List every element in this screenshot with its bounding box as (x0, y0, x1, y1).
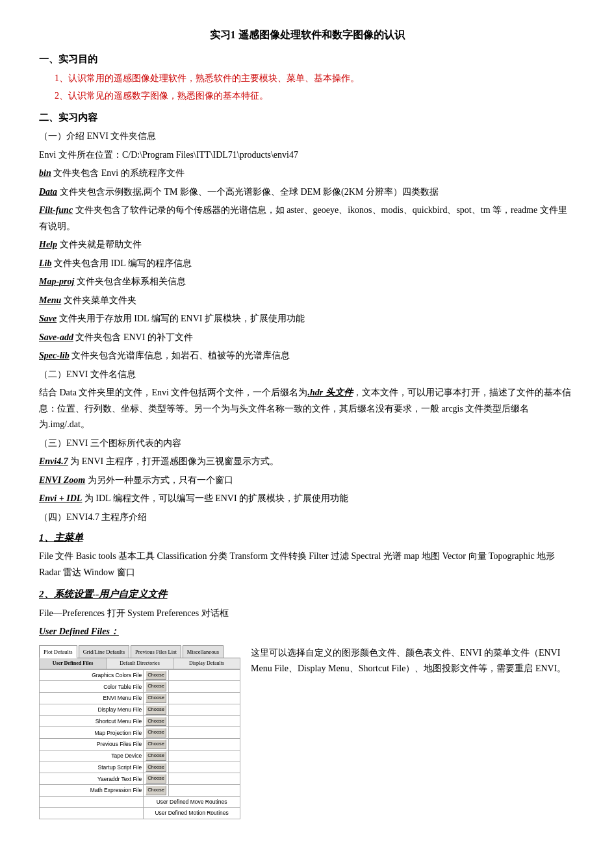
help-desc: 文件夹就是帮助文件 (57, 240, 142, 249)
input-cell[interactable] (169, 727, 240, 739)
pref-data-table: Graphics Colors File Choose Color Table … (39, 669, 240, 819)
table-row: Display Menu File Choose (40, 704, 240, 715)
input-cell[interactable] (169, 750, 240, 762)
envizoom-desc: 为另外一种显示方式，只有一个窗口 (85, 475, 233, 485)
purpose-item-1: 1、认识常用的遥感图像处理软件，熟悉软件的主要模块、菜单、基本操作。 (55, 71, 575, 87)
tab-misc[interactable]: Miscellaneous (183, 645, 224, 658)
empty-cell (40, 808, 144, 819)
pref-tabs: Plot Defaults Grid/Line Defaults Previou… (39, 645, 240, 658)
choose-btn-cell[interactable]: Choose (144, 693, 169, 704)
row-label: ENVI Menu File (40, 693, 144, 704)
input-cell[interactable] (169, 704, 240, 715)
two-intro: （二）ENVI 文件名信息 (39, 367, 575, 383)
sub-tab-user-defined[interactable]: User Defined Files (40, 658, 107, 669)
saveadd-desc: 文件夹包含 ENVI 的补丁文件 (73, 332, 193, 342)
tab-prev-files[interactable]: Previous Files List (131, 645, 181, 658)
choose-button[interactable]: Choose (146, 705, 166, 715)
three-intro: （三）ENVI 三个图标所代表的内容 (39, 436, 575, 452)
filt-line: Filt-func 文件夹包含了软件记录的每个传感器的光谱信息，如 aster、… (39, 203, 575, 234)
input-cell[interactable] (169, 681, 240, 693)
choose-button[interactable]: Choose (146, 717, 166, 726)
choose-button[interactable]: Choose (146, 693, 166, 703)
choose-btn-cell[interactable]: Choose (144, 750, 169, 762)
help-label: Help (39, 240, 57, 249)
table-row-user-move: User Defined Move Routines (40, 796, 240, 807)
pref-sub-tabs: User Defined Files Default Directories D… (39, 658, 240, 669)
choose-btn-cell[interactable]: Choose (144, 669, 169, 681)
input-cell[interactable] (169, 669, 240, 681)
choose-button[interactable]: Choose (146, 774, 166, 784)
choose-btn-cell[interactable]: Choose (144, 762, 169, 773)
choose-btn-cell[interactable]: Choose (144, 773, 169, 785)
filt-label: Filt-func (39, 205, 73, 215)
input-cell[interactable] (169, 762, 240, 773)
choose-btn-cell[interactable]: Choose (144, 715, 169, 727)
envi47-line: Envi4.7 为 ENVI 主程序，打开遥感图像为三视窗显示方式。 (39, 454, 575, 470)
data-line: Data 文件夹包含示例数据,两个 TM 影像、一个高光谱影像、全球 DEM 影… (39, 184, 575, 201)
input-cell[interactable] (169, 785, 240, 797)
table-row: Color Table File Choose (40, 681, 240, 693)
table-row-user-motion: User Defined Motion Routines (40, 808, 240, 819)
menu-heading: 1、主菜单 (39, 529, 575, 546)
row-label: Color Table File (40, 681, 144, 693)
preferences-table-container: Plot Defaults Grid/Line Defaults Previou… (39, 645, 240, 819)
row-label: Math Expression File (40, 785, 144, 797)
choose-btn-cell[interactable]: Choose (144, 739, 169, 750)
save-line: Save 文件夹用于存放用 IDL 编写的 ENVI 扩展模块，扩展使用功能 (39, 311, 575, 327)
input-cell[interactable] (169, 773, 240, 785)
input-cell[interactable] (169, 715, 240, 727)
four-intro: （四）ENVI4.7 主程序介绍 (39, 510, 575, 526)
filt-desc: 文件夹包含了软件记录的每个传感器的光谱信息，如 aster、geoeye、iko… (39, 205, 567, 231)
input-cell[interactable] (169, 693, 240, 704)
right-description: 这里可以选择自定义的图形颜色文件、颜色表文件、ENVI 的菜单文件（ENVI M… (251, 645, 572, 677)
row-label: Tape Device (40, 750, 144, 762)
sub-tab-display[interactable]: Display Defaults (173, 658, 240, 669)
bin-line: bin 文件夹包含 Envi 的系统程序文件 (39, 166, 575, 182)
choose-button[interactable]: Choose (146, 728, 166, 738)
user-defined-label: User Defined Files： (39, 624, 575, 640)
choose-btn-cell[interactable]: Choose (144, 681, 169, 693)
table-row: Math Expression File Choose (40, 785, 240, 797)
mapproj-desc: 文件夹包含坐标系相关信息 (74, 277, 186, 286)
choose-btn-cell[interactable]: Choose (144, 704, 169, 715)
tab-plot-defaults[interactable]: Plot Defaults (39, 645, 77, 658)
input-cell[interactable] (169, 739, 240, 750)
choose-button[interactable]: Choose (146, 682, 166, 691)
choose-button[interactable]: Choose (146, 671, 166, 680)
saveadd-line: Save-add 文件夹包含 ENVI 的补丁文件 (39, 330, 575, 346)
table-row: Startup Script File Choose (40, 762, 240, 773)
enviidl-label: Envi + IDL (39, 493, 82, 503)
envi-path: Envi 文件所在位置：C/D:\Program Files\ITT\IDL71… (39, 147, 575, 164)
sub-tab-default-dirs[interactable]: Default Directories (107, 658, 173, 669)
user-move-label: User Defined Move Routines (144, 796, 240, 807)
speclib-desc: 文件夹包含光谱库信息，如岩石、植被等的光谱库信息 (70, 351, 290, 360)
two-desc: 结合 Data 文件夹里的文件，Envi 文件包括两个文件，一个后缀名为.hdr… (39, 385, 575, 433)
row-label: Map Projection File (40, 727, 144, 739)
choose-button[interactable]: Choose (146, 739, 166, 749)
choose-button[interactable]: Choose (146, 751, 166, 761)
choose-button[interactable]: Choose (146, 763, 166, 773)
menu-folder-label: Menu (39, 295, 61, 305)
mapproj-label: Map-proj (39, 277, 74, 286)
speclib-line: Spec-lib 文件夹包含光谱库信息，如岩石、植被等的光谱库信息 (39, 348, 575, 364)
choose-btn-cell[interactable]: Choose (144, 785, 169, 797)
save-label: Save (39, 314, 57, 323)
section-one-heading: 一、实习目的 (39, 51, 575, 68)
envizoom-line: ENVI Zoom 为另外一种显示方式，只有一个窗口 (39, 473, 575, 489)
help-line: Help 文件夹就是帮助文件 (39, 237, 575, 253)
system-desc: File—Preferences 打开 System Preferences 对… (39, 606, 575, 622)
table-row: Previous Files File Choose (40, 739, 240, 750)
choose-btn-cell[interactable]: Choose (144, 727, 169, 739)
empty-cell (40, 796, 144, 807)
menu-items-text: File 文件 Basic tools 基本工具 Classification … (39, 549, 575, 580)
row-label: Shortcut Menu File (40, 715, 144, 727)
choose-button[interactable]: Choose (146, 786, 166, 795)
row-label: Graphics Colors File (40, 669, 144, 681)
bin-desc: 文件夹包含 Envi 的系统程序文件 (51, 168, 185, 178)
table-row: Graphics Colors File Choose (40, 669, 240, 681)
table-row: Map Projection File Choose (40, 727, 240, 739)
envi47-label: Envi4.7 (39, 456, 68, 466)
tab-grid-line[interactable]: Grid/Line Defaults (79, 645, 129, 658)
bin-label: bin (39, 168, 51, 178)
user-motion-label: User Defined Motion Routines (144, 808, 240, 819)
